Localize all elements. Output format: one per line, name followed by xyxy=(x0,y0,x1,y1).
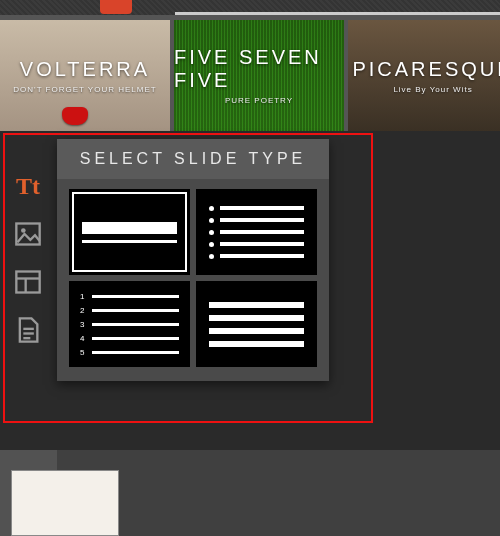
tool-layout-button[interactable] xyxy=(11,265,45,299)
theme-card-volterra[interactable]: VOLTERRA DON'T FORGET YOUR HELMET xyxy=(0,20,170,131)
theme-card-picaresque[interactable]: PICARESQUE Live By Your Wits xyxy=(348,20,500,131)
slide-option-numbered[interactable]: 1 2 3 4 5 xyxy=(69,281,190,367)
text-icon: Tt xyxy=(16,173,40,200)
slide-type-grid: 1 2 3 4 5 xyxy=(57,179,329,381)
scooter-icon xyxy=(62,107,88,125)
layout-icon xyxy=(14,268,42,296)
theme-subtitle: DON'T FORGET YOUR HELMET xyxy=(13,85,156,94)
tool-document-button[interactable] xyxy=(11,313,45,347)
svg-rect-0 xyxy=(16,224,39,245)
app-logo xyxy=(100,0,132,14)
tool-text-button[interactable]: Tt xyxy=(11,169,45,203)
filmstrip xyxy=(0,450,500,536)
image-icon xyxy=(14,220,42,248)
header-tab-underline xyxy=(175,12,500,15)
tool-image-button[interactable] xyxy=(11,217,45,251)
slide-type-panel-title: SELECT SLIDE TYPE xyxy=(80,150,307,168)
slide-option-bullets[interactable] xyxy=(196,189,317,275)
slide-type-panel: SELECT SLIDE TYPE 1 2 xyxy=(57,139,329,381)
slide-option-paragraph[interactable] xyxy=(196,281,317,367)
slide-type-panel-header: SELECT SLIDE TYPE xyxy=(57,139,329,179)
numbered-list-icon: 1 2 3 4 5 xyxy=(80,292,179,357)
slide-thumbnail[interactable] xyxy=(11,470,119,536)
bullet-list-icon xyxy=(209,206,303,259)
theme-title: FIVE SEVEN FIVE xyxy=(174,46,344,92)
theme-title: PICARESQUE xyxy=(352,58,500,81)
tool-rail: Tt xyxy=(6,169,50,347)
theme-title: VOLTERRA xyxy=(20,58,150,81)
svg-point-1 xyxy=(21,228,26,233)
slide-option-title[interactable] xyxy=(69,189,190,275)
svg-rect-2 xyxy=(16,272,39,293)
theme-card-fivesevenfive[interactable]: FIVE SEVEN FIVE PURE POETRY xyxy=(174,20,344,131)
paragraph-icon xyxy=(209,302,303,347)
document-icon xyxy=(14,316,42,344)
theme-carousel: VOLTERRA DON'T FORGET YOUR HELMET FIVE S… xyxy=(0,16,500,131)
editor-area: Tt SELECT SLIDE TYPE xyxy=(0,131,500,451)
theme-subtitle: Live By Your Wits xyxy=(393,85,472,94)
title-slide-icon xyxy=(82,222,176,243)
theme-subtitle: PURE POETRY xyxy=(225,96,293,105)
app-header xyxy=(0,0,500,16)
